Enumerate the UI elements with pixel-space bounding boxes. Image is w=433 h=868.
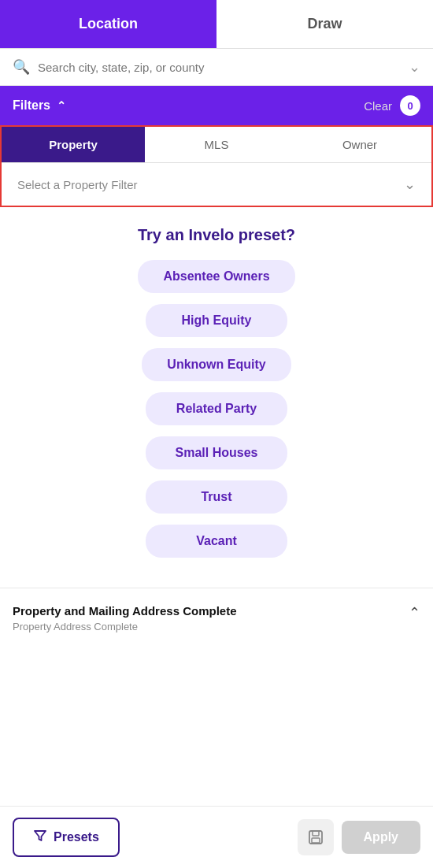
- clear-button[interactable]: Clear: [364, 99, 392, 113]
- preset-trust[interactable]: Trust: [146, 480, 287, 514]
- address-section: Property and Mailing Address Complete Pr…: [0, 588, 433, 645]
- search-icon: 🔍: [13, 58, 30, 76]
- funnel-icon: [33, 829, 47, 846]
- tab-bar: Location Draw: [0, 0, 433, 49]
- filters-label: Filters: [13, 98, 50, 113]
- filters-right: Clear 0: [364, 95, 420, 116]
- preset-unknown-equity[interactable]: Unknown Equity: [142, 348, 291, 381]
- filter-badge: 0: [400, 95, 420, 116]
- preset-vacant[interactable]: Vacant: [146, 525, 287, 558]
- tab-location[interactable]: Location: [0, 0, 216, 48]
- save-icon: [307, 829, 324, 846]
- search-chevron-icon: ⌄: [409, 58, 420, 76]
- svg-rect-2: [312, 838, 320, 843]
- save-button[interactable]: [298, 819, 334, 855]
- preset-related-party[interactable]: Related Party: [146, 392, 287, 425]
- svg-rect-1: [313, 831, 319, 836]
- filter-tab-bar: Property MLS Owner: [2, 127, 431, 163]
- bottom-bar: Presets Apply: [0, 806, 433, 868]
- preset-high-equity[interactable]: High Equity: [146, 304, 287, 337]
- property-filter-placeholder: Select a Property Filter: [17, 178, 138, 191]
- apply-button[interactable]: Apply: [342, 821, 420, 854]
- filters-chevron-icon: ⌃: [57, 99, 66, 112]
- address-subtitle: Property Address Complete: [13, 621, 237, 632]
- address-title: Property and Mailing Address Complete: [13, 604, 237, 618]
- presets-button[interactable]: Presets: [13, 818, 120, 857]
- presets-title: Try an Invelo preset?: [138, 226, 295, 244]
- presets-section: Try an Invelo preset? Absentee Owners Hi…: [0, 207, 433, 588]
- preset-small-houses[interactable]: Small Houses: [146, 436, 287, 469]
- address-chevron-icon: ⌃: [409, 604, 420, 621]
- filters-bar: Filters ⌃ Clear 0: [0, 86, 433, 125]
- filter-section: Property MLS Owner Select a Property Fil…: [0, 125, 433, 207]
- bottom-right-group: Apply: [298, 819, 420, 855]
- address-text-group: Property and Mailing Address Complete Pr…: [13, 604, 237, 632]
- tab-draw[interactable]: Draw: [216, 0, 433, 48]
- search-input[interactable]: [38, 61, 401, 74]
- property-filter-dropdown[interactable]: Select a Property Filter ⌄: [2, 163, 431, 206]
- search-bar: 🔍 ⌄: [0, 49, 433, 86]
- preset-absentee-owners[interactable]: Absentee Owners: [138, 260, 294, 293]
- filter-tab-property[interactable]: Property: [2, 127, 145, 162]
- filter-tab-owner[interactable]: Owner: [288, 127, 431, 162]
- filters-label-group: Filters ⌃: [13, 98, 66, 113]
- presets-button-label: Presets: [54, 830, 99, 844]
- property-filter-chevron-icon: ⌄: [404, 176, 416, 193]
- filter-tab-mls[interactable]: MLS: [145, 127, 288, 162]
